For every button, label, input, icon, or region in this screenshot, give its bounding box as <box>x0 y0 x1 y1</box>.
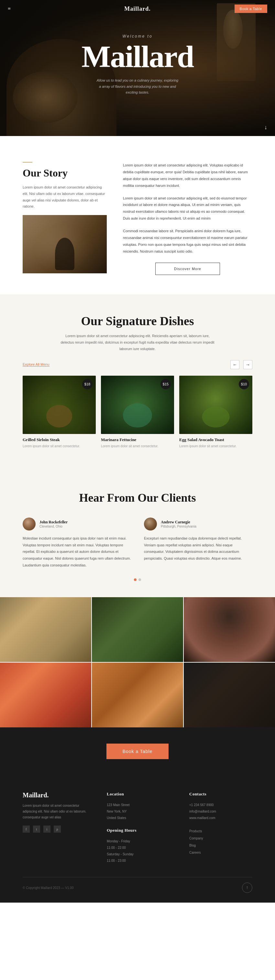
testimonials-grid: John Rockefeller Cleveland, Ohio Molesti… <box>23 517 252 569</box>
testimonial-1: Andrew Carnegie Pittsburgh, Pennsylvania… <box>144 517 252 569</box>
dish-name-2: Egg Salad Avocado Toast <box>179 437 252 442</box>
author-location-0: Cleveland, Ohio <box>40 525 68 528</box>
testimonials-section: Hear From Our Clients John Rockefeller C… <box>0 468 275 597</box>
gallery-item-1 <box>92 597 183 662</box>
social-twitter-icon[interactable]: t <box>33 826 40 833</box>
footer: Maillard. Lorem ipsum dolor sit amet con… <box>0 775 275 903</box>
back-to-top-button[interactable]: ↑ <box>242 883 252 893</box>
gallery-item-3 <box>0 663 91 727</box>
social-facebook-icon[interactable]: f <box>23 826 30 833</box>
footer-link-blog[interactable]: Blog <box>189 842 252 849</box>
testimonials-title: Hear From Our Clients <box>23 491 252 504</box>
dish-price-0: $18 <box>82 379 93 389</box>
navbar: ≡ Maillard. Book a Table <box>0 0 275 18</box>
hero-section: Welcome to Maillard Allow us to lead you… <box>0 0 275 136</box>
footer-opening-hours: Opening Hours Monday - Friday 11:00 - 22… <box>107 828 170 864</box>
hero-title: Maillard <box>82 41 194 72</box>
cta-book-table-button[interactable]: Book a Table <box>106 744 169 759</box>
story-paragraph-1: Lorem ipsum dolor sit amet consectetur a… <box>123 162 252 189</box>
testimonial-author-1: Andrew Carnegie Pittsburgh, Pennsylvania <box>144 517 252 530</box>
hero-description: Allow us to lead you on a culinary journ… <box>95 77 180 95</box>
dishes-navigation: Explore All Menu ← → <box>23 360 252 369</box>
dish-card-2: $10 Egg Salad Avocado Toast Lorem ipsum … <box>179 375 252 449</box>
dish-name-0: Grilled Sirloin Steak <box>23 437 96 442</box>
footer-bottom: © Copyright Maillard 2023 — V1.00 ↑ <box>23 877 252 893</box>
story-paragraph-2: Lorem ipsum dolor sit amet consectetur a… <box>123 195 252 222</box>
footer-hours-title: Opening Hours <box>107 828 170 833</box>
footer-location-title: Location <box>107 792 170 797</box>
footer-link-careers[interactable]: Careers <box>189 849 252 856</box>
footer-location-col: Location 123 Main Street New York, NY Un… <box>107 792 170 864</box>
testimonial-0: John Rockefeller Cleveland, Ohio Molesti… <box>23 517 131 569</box>
nav-logo: Maillard. <box>124 5 151 12</box>
story-paragraph-3: Commodi recusandae labore sit. Perspicia… <box>123 228 252 255</box>
footer-contacts-col: Contacts +1 234 567 8900 info@maillard.c… <box>189 792 252 864</box>
hero-content: Welcome to Maillard Allow us to lead you… <box>82 34 194 102</box>
footer-menu-links: Products Company Blog Careers <box>189 828 252 856</box>
dishes-arrows: ← → <box>230 360 252 369</box>
dot-0[interactable] <box>134 578 136 581</box>
footer-logo: Maillard. <box>23 792 87 799</box>
social-instagram-icon[interactable]: i <box>43 826 51 833</box>
dishes-section: Our Signature Dishes Lorem ipsum dolor s… <box>0 294 275 468</box>
author-info-1: Andrew Carnegie Pittsburgh, Pennsylvania <box>161 520 196 528</box>
dish-image-1: $15 <box>101 375 174 434</box>
gallery-section <box>0 597 275 727</box>
footer-hours-text: Monday - Friday 11:00 - 22:00 Saturday -… <box>107 838 170 864</box>
story-image <box>23 215 107 273</box>
footer-link-products[interactable]: Products <box>189 828 252 835</box>
social-pinterest-icon[interactable]: p <box>54 826 61 833</box>
dishes-prev-arrow[interactable]: ← <box>230 360 239 369</box>
testimonials-dots <box>23 578 252 581</box>
author-name-0: John Rockefeller <box>40 520 68 525</box>
testimonial-text-1: Excepturi nam repudiandae culpa doloremq… <box>144 535 252 562</box>
hero-welcome: Welcome to <box>82 34 194 38</box>
dish-card-1: $15 Marinara Fettucine Lorem ipsum dolor… <box>101 375 174 449</box>
footer-socials: f t i p <box>23 826 87 833</box>
dish-desc-2: Lorem ipsum dolor sit amet consectetur. <box>179 444 252 449</box>
story-left-text: Lorem ipsum dolor sit amet consectetur a… <box>23 184 107 210</box>
testimonial-text-0: Molestiae incidunt consequatur quis ipsa… <box>23 535 131 569</box>
discover-more-button[interactable]: Discover More <box>155 262 220 275</box>
dish-price-2: $10 <box>239 379 249 389</box>
dishes-description: Lorem ipsum dolor sit amet consectetur a… <box>60 333 215 352</box>
nav-book-button[interactable]: Book a Table <box>235 5 267 13</box>
dish-card-0: $18 Grilled Sirloin Steak Lorem ipsum do… <box>23 375 96 449</box>
dishes-title: Our Signature Dishes <box>23 314 252 329</box>
footer-brand: Maillard. Lorem ipsum dolor sit amet con… <box>23 792 87 864</box>
testimonial-author-0: John Rockefeller Cleveland, Ohio <box>23 517 131 530</box>
dish-image-0: $18 <box>23 375 96 434</box>
explore-all-menu-link[interactable]: Explore All Menu <box>23 363 49 367</box>
footer-copyright: © Copyright Maillard 2023 — V1.00 <box>23 886 73 889</box>
footer-link-company[interactable]: Company <box>189 835 252 842</box>
author-name-1: Andrew Carnegie <box>161 520 196 525</box>
dishes-header: Our Signature Dishes Lorem ipsum dolor s… <box>23 314 252 352</box>
hero-scroll-icon: ↓ <box>264 124 267 131</box>
footer-top: Maillard. Lorem ipsum dolor sit amet con… <box>23 792 252 864</box>
cta-section: Book a Table <box>0 727 275 775</box>
footer-contacts-details: +1 234 567 8900 info@maillard.com www.ma… <box>189 802 252 821</box>
story-section: Our Story Lorem ipsum dolor sit amet con… <box>0 136 275 294</box>
story-title: Our Story <box>23 167 107 179</box>
dish-name-1: Marinara Fettucine <box>101 437 174 442</box>
dish-desc-1: Lorem ipsum dolor sit amet consectetur. <box>101 444 174 449</box>
story-left: Our Story Lorem ipsum dolor sit amet con… <box>23 162 107 275</box>
gallery-item-4 <box>92 663 183 727</box>
author-info-0: John Rockefeller Cleveland, Ohio <box>40 520 68 528</box>
story-right: Lorem ipsum dolor sit amet consectetur a… <box>123 162 252 275</box>
footer-brand-text: Lorem ipsum dolor sit amet consectetur a… <box>23 803 87 820</box>
nav-menu-icon[interactable]: ≡ <box>8 6 11 12</box>
footer-contacts-title: Contacts <box>189 792 252 797</box>
author-avatar-0 <box>23 517 36 530</box>
dot-1[interactable] <box>139 578 141 581</box>
author-avatar-1 <box>144 517 157 530</box>
dish-desc-0: Lorem ipsum dolor sit amet consectetur. <box>23 444 96 449</box>
footer-location-address: 123 Main Street New York, NY United Stat… <box>107 802 170 821</box>
dishes-next-arrow[interactable]: → <box>243 360 252 369</box>
story-line <box>23 162 32 162</box>
dish-price-1: $15 <box>160 379 171 389</box>
gallery-item-2 <box>184 597 275 662</box>
author-location-1: Pittsburgh, Pennsylvania <box>161 525 196 528</box>
dishes-grid: $18 Grilled Sirloin Steak Lorem ipsum do… <box>23 375 252 449</box>
gallery-item-5 <box>184 663 275 727</box>
